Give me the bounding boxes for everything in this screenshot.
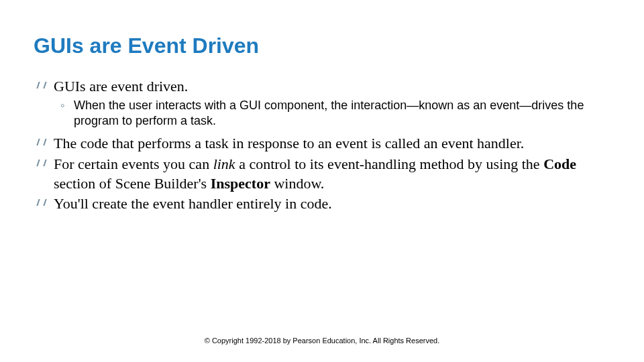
slide-body: GUIs are event driven. When the user int… [34, 77, 610, 214]
sub-bullet-item: When the user interacts with a GUI compo… [34, 98, 610, 129]
bullet-text: The code that performs a task in respons… [54, 135, 524, 152]
italic-word: link [213, 156, 235, 172]
bullet-item: You'll create the event handler entirely… [34, 194, 610, 214]
bullet-text-part: section of Scene Builder's [54, 175, 211, 192]
copyright-footer: © Copyright 1992-2018 by Pearson Educati… [0, 337, 644, 345]
bullet-text-part: For certain events you can [54, 156, 213, 172]
bold-word: Code [543, 156, 576, 172]
bullet-item: GUIs are event driven. [34, 77, 610, 97]
slide-title: GUIs are Event Driven [34, 34, 610, 58]
bullet-text: You'll create the event handler entirely… [54, 195, 332, 212]
bullet-item: The code that performs a task in respons… [34, 134, 610, 154]
slide: GUIs are Event Driven GUIs are event dri… [0, 0, 644, 214]
bullet-text-part: window. [270, 175, 324, 192]
bullet-item: For certain events you can link a contro… [34, 155, 610, 193]
bold-word: Inspector [211, 175, 270, 192]
bullet-text-part: a control to its event-handling method b… [235, 156, 543, 172]
bullet-text: GUIs are event driven. [54, 78, 188, 95]
sub-bullet-text: When the user interacts with a GUI compo… [74, 99, 584, 127]
